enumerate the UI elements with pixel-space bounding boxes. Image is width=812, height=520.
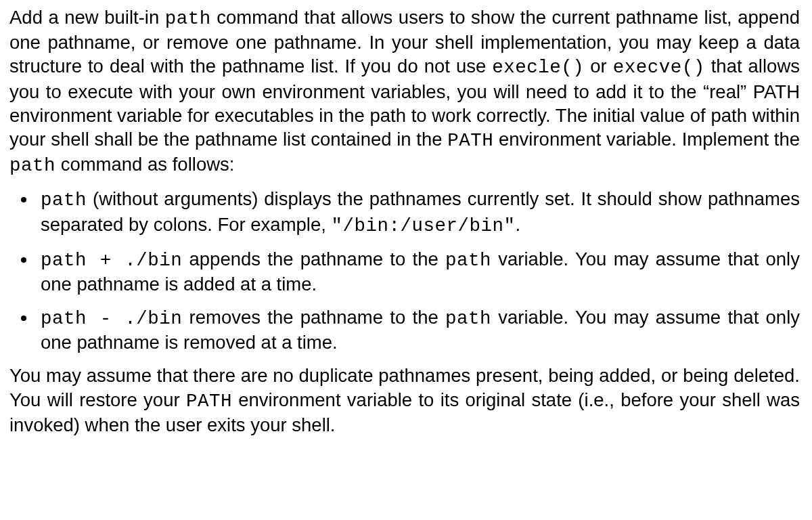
- code-path-remove: path - ./bin: [41, 308, 182, 329]
- code-path-append: path + ./bin: [41, 250, 182, 271]
- code-execle: execle(): [492, 57, 584, 78]
- text: or: [584, 56, 612, 77]
- outro-paragraph: You may assume that there are no duplica…: [9, 364, 800, 437]
- code-path: path: [9, 155, 55, 176]
- text: command as follows:: [55, 154, 234, 175]
- bullet-item-remove: path - ./bin removes the pathname to the…: [37, 305, 800, 354]
- code-execve: execve(): [613, 57, 705, 78]
- document-page: Add a new built-in path command that all…: [0, 0, 812, 449]
- bullet-item-show: path (without arguments) displays the pa…: [37, 187, 800, 237]
- code-path: path: [445, 250, 491, 271]
- bullet-list: path (without arguments) displays the pa…: [9, 187, 800, 354]
- text: environment variable. Implement the: [493, 129, 800, 150]
- text: .: [516, 214, 521, 235]
- code-path-env: PATH: [447, 130, 493, 151]
- intro-paragraph: Add a new built-in path command that all…: [9, 5, 800, 177]
- code-path-env: PATH: [186, 391, 232, 412]
- text: Add a new built-in: [9, 7, 165, 28]
- code-path: path: [165, 8, 211, 29]
- text: appends the pathname to the: [182, 248, 445, 269]
- text: removes the pathname to the: [182, 307, 445, 328]
- code-path: path: [445, 308, 491, 329]
- code-example-path: "/bin:/user/bin": [332, 215, 516, 236]
- code-path: path: [41, 190, 87, 211]
- bullet-item-append: path + ./bin appends the pathname to the…: [37, 247, 800, 296]
